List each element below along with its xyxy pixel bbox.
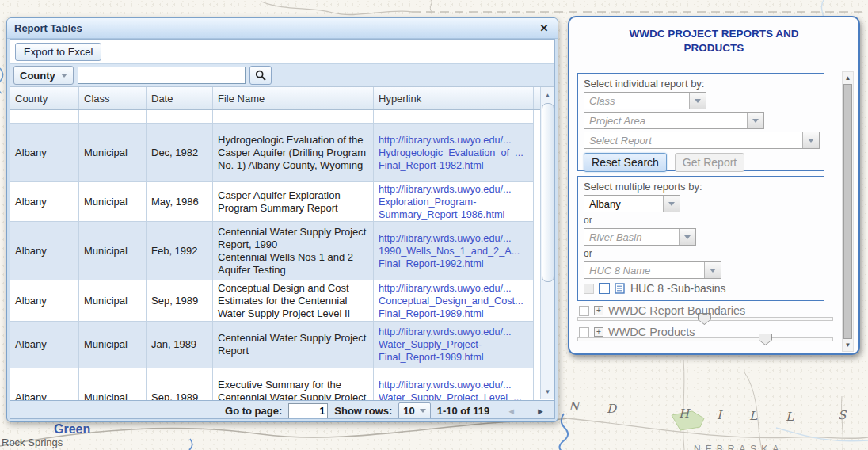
individual-report-section: Select individual report by: Class Proje… bbox=[577, 73, 824, 171]
scrollbar-thumb[interactable] bbox=[843, 84, 852, 339]
column-header-date[interactable]: Date bbox=[147, 87, 213, 109]
next-page-icon[interactable]: ► bbox=[536, 406, 545, 416]
cell-file-name: Hydrogeologic Evaluation of the Casper A… bbox=[213, 124, 374, 181]
panel-scrollbar[interactable]: ▲ ▼ bbox=[842, 71, 854, 352]
rows-per-page-select[interactable]: 10 bbox=[398, 402, 430, 420]
boundaries-layer-checkbox[interactable] bbox=[579, 306, 589, 316]
class-select[interactable]: Class bbox=[584, 92, 706, 109]
project-area-select[interactable]: Project Area bbox=[584, 112, 764, 129]
get-report-button[interactable]: Get Report bbox=[675, 153, 744, 172]
cell-hyperlink[interactable]: http://library.wrds.uwyo.edu/... Explora… bbox=[374, 182, 534, 221]
dialog-header[interactable]: Report Tables ✕ bbox=[7, 18, 558, 39]
river-basin-select[interactable]: River Basin bbox=[584, 228, 696, 246]
filter-cell bbox=[147, 110, 213, 123]
select-report-select[interactable]: Select Report bbox=[584, 132, 820, 149]
map-label-rock-springs: Rock Springs bbox=[2, 437, 63, 448]
column-header-class[interactable]: Class bbox=[79, 87, 147, 109]
search-field-label: County bbox=[20, 70, 55, 82]
cell-class: Municipal bbox=[79, 322, 147, 368]
scroll-up-icon[interactable]: ▲ bbox=[843, 73, 853, 83]
county-select[interactable]: Albany bbox=[584, 195, 680, 212]
column-header-county[interactable]: County bbox=[10, 87, 79, 109]
table-row[interactable]: Albany Municipal Sep, 1989 Executive Sum… bbox=[10, 368, 534, 400]
search-button[interactable] bbox=[249, 66, 272, 85]
cell-date: Sep, 1989 bbox=[147, 280, 213, 321]
cell-hyperlink[interactable]: http://library.wrds.uwyo.edu/... Hydroge… bbox=[374, 124, 534, 181]
chevron-down-icon bbox=[710, 269, 716, 273]
map-letter: H bbox=[679, 406, 689, 421]
cell-hyperlink[interactable]: http://library.wrds.uwyo.edu/... Water_S… bbox=[374, 322, 534, 368]
project-area-placeholder: Project Area bbox=[584, 115, 747, 127]
select-report-placeholder: Select Report bbox=[584, 135, 802, 147]
scroll-up-icon[interactable]: ▲ bbox=[541, 89, 554, 101]
select-arrow-button[interactable] bbox=[802, 132, 819, 148]
cell-class: Municipal bbox=[79, 222, 147, 280]
scrollbar-thumb[interactable] bbox=[542, 103, 554, 282]
cell-class: Municipal bbox=[79, 182, 147, 221]
chevron-down-icon bbox=[808, 139, 814, 143]
map-letter: N bbox=[569, 399, 579, 414]
pagination-bar: Go to page: Show rows: 10 1-10 of 119 ◄ … bbox=[10, 400, 554, 419]
page-number-input[interactable] bbox=[288, 403, 328, 418]
previous-page-icon[interactable]: ◄ bbox=[507, 406, 516, 416]
button-row: Reset Search Get Report bbox=[584, 153, 818, 172]
show-rows-label: Show rows: bbox=[334, 405, 392, 417]
filter-cell bbox=[374, 110, 534, 123]
table-row[interactable]: Albany Municipal Feb, 1992 Centennial Wa… bbox=[10, 222, 534, 280]
slider-thumb[interactable] bbox=[759, 334, 772, 345]
cell-hyperlink[interactable]: http://library.wrds.uwyo.edu/... Concept… bbox=[374, 280, 534, 321]
select-arrow-button[interactable] bbox=[679, 229, 695, 245]
map-label-green-river: Green bbox=[54, 422, 90, 437]
search-field-dropdown[interactable]: County bbox=[13, 66, 74, 85]
cell-county: Albany bbox=[10, 222, 79, 280]
select-arrow-button[interactable] bbox=[663, 196, 680, 212]
cell-hyperlink[interactable]: http://library.wrds.uwyo.edu/... 1990_We… bbox=[374, 222, 534, 280]
cell-date: May, 1986 bbox=[147, 182, 213, 221]
close-icon[interactable]: ✕ bbox=[537, 21, 551, 36]
cell-county: Albany bbox=[10, 182, 79, 221]
boundaries-opacity-slider[interactable] bbox=[577, 317, 833, 321]
huc8-name-select[interactable]: HUC 8 Name bbox=[584, 261, 721, 279]
chevron-down-icon bbox=[684, 235, 691, 239]
export-to-excel-button[interactable]: Export to Excel bbox=[15, 43, 101, 61]
select-arrow-button[interactable] bbox=[747, 113, 763, 128]
expand-plus-icon[interactable]: + bbox=[594, 327, 603, 337]
wwdc-products-layer: + WWDC Products bbox=[579, 326, 695, 338]
products-layer-checkbox[interactable] bbox=[579, 327, 589, 338]
table-row[interactable]: Albany Municipal Jan, 1989 Centennial Wa… bbox=[10, 322, 534, 368]
table-row[interactable]: Albany Municipal Sep, 1989 Conceptual De… bbox=[10, 280, 534, 322]
cell-file-name: Centennial Water Supply Project Report, … bbox=[213, 222, 374, 280]
expand-plus-icon[interactable]: + bbox=[594, 306, 603, 315]
cell-file-name: Executive Summary for the Centennial Wat… bbox=[213, 368, 374, 400]
chevron-down-icon bbox=[61, 74, 67, 78]
scroll-down-icon[interactable]: ▼ bbox=[843, 340, 853, 350]
cell-date: Feb, 1992 bbox=[147, 222, 213, 280]
huc8-disabled-checkbox bbox=[584, 284, 594, 294]
cell-class: Municipal bbox=[79, 368, 147, 400]
wwdc-report-boundaries-layer: + WWDC Report Boundaries bbox=[579, 304, 745, 317]
column-header-file-name[interactable]: File Name bbox=[213, 87, 374, 109]
scroll-down-icon[interactable]: ▼ bbox=[541, 385, 554, 398]
reset-search-button[interactable]: Reset Search bbox=[584, 153, 667, 172]
products-layer-label: WWDC Products bbox=[608, 326, 695, 338]
select-arrow-button[interactable] bbox=[689, 93, 706, 109]
cell-date: Dec, 1982 bbox=[147, 124, 213, 181]
select-arrow-button[interactable] bbox=[704, 262, 721, 278]
search-input[interactable] bbox=[78, 67, 246, 84]
river-basin-placeholder: River Basin bbox=[584, 231, 679, 243]
map-letter: L bbox=[786, 410, 794, 424]
table-filter-row bbox=[10, 110, 534, 124]
table-row[interactable]: Albany Municipal May, 1986 Casper Aquife… bbox=[10, 182, 534, 222]
huc8-subbasins-checkbox[interactable] bbox=[599, 283, 610, 294]
or-label: or bbox=[584, 215, 818, 226]
boundaries-layer-label: WWDC Report Boundaries bbox=[608, 304, 745, 317]
chevron-down-icon bbox=[668, 202, 675, 206]
table-row[interactable]: Albany Municipal Dec, 1982 Hydrogeologic… bbox=[10, 124, 534, 182]
column-header-hyperlink[interactable]: Hyperlink bbox=[374, 87, 534, 109]
table-scrollbar[interactable]: ▲ ▼ bbox=[540, 87, 554, 399]
cell-hyperlink[interactable]: http://library.wrds.uwyo.edu/... Water_S… bbox=[374, 368, 534, 400]
cell-date: Jan, 1989 bbox=[147, 322, 213, 368]
row-range-text: 1-10 of 119 bbox=[437, 405, 490, 417]
multiple-reports-section: Select multiple reports by: Albany or Ri… bbox=[577, 176, 824, 301]
filter-cell bbox=[79, 110, 147, 123]
